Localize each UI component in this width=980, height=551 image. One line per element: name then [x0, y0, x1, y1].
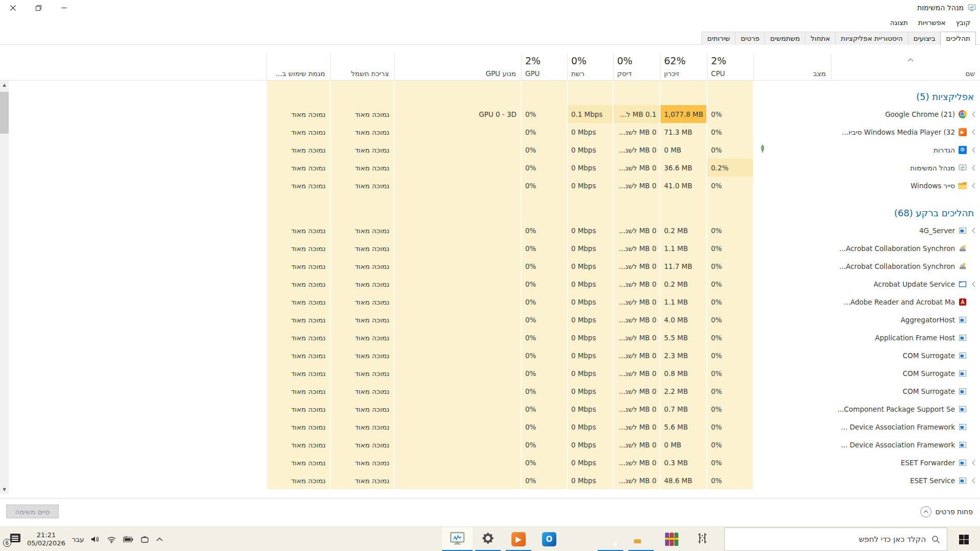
column-header-engine[interactable]: מנוע GPU — [395, 53, 522, 80]
cell-engine — [395, 81, 522, 105]
column-header-memory[interactable]: 62%זיכרון — [660, 53, 707, 80]
process-name: COM Surrogate — [903, 369, 955, 378]
cell-memory — [660, 81, 707, 105]
cell-cpu: 0% — [707, 382, 754, 400]
column-header-power[interactable]: צריכת חשמל — [331, 53, 395, 80]
taskbar-search-box[interactable]: הקלד כאן כדי לחפש — [724, 528, 947, 551]
process-row[interactable]: סייר Windows0%41.0 MB0 MB לשנ...0 Mbps0%… — [0, 177, 980, 194]
taskbar-app-file-explorer[interactable] — [626, 527, 656, 551]
cell-name: Component Package Support Se... — [831, 400, 980, 418]
column-header-network[interactable]: 0%רשת — [568, 53, 614, 80]
process-row[interactable]: Acrobat Collaboration Synchron...0%11.7 … — [0, 257, 980, 275]
process-row[interactable]: COM Surrogate0%2.3 MB0 MB לשנ...0 Mbps0%… — [0, 346, 980, 364]
menu-item-0[interactable]: קובץ — [951, 17, 975, 28]
process-row[interactable]: COM Surrogate0%0.8 MB0 MB לשנ...0 Mbps0%… — [0, 364, 980, 382]
process-name: Device Association Framework ... — [841, 423, 955, 431]
menu-item-1[interactable]: אפשרויות — [914, 17, 950, 28]
tab-תהליכים[interactable]: תהליכים — [940, 32, 976, 45]
cell-cpu — [707, 81, 754, 105]
process-row[interactable]: COM Surrogate0%2.2 MB0 MB לשנ...0 Mbps0%… — [0, 382, 980, 400]
expand-chevron-icon[interactable] — [970, 111, 977, 117]
section-row[interactable]: אפליקציות (5) — [0, 81, 980, 105]
restore-button[interactable] — [26, 0, 51, 15]
minimize-button[interactable] — [51, 0, 77, 15]
expand-chevron-icon[interactable] — [970, 183, 977, 189]
column-header-cpu[interactable]: 2%CPU — [707, 53, 754, 80]
taskbar-app-settings[interactable] — [473, 527, 503, 551]
meet-now-camera-icon[interactable] — [140, 535, 150, 543]
tab-פרטים[interactable]: פרטים — [735, 32, 765, 45]
tab-היסטוריית אפליקציות[interactable]: היסטוריית אפליקציות — [835, 32, 908, 45]
process-row[interactable]: ESET Forwarder0%0.3 MB0 MB לשנ...0 Mbps0… — [0, 454, 980, 471]
expand-chevron-icon[interactable] — [970, 165, 977, 171]
process-row[interactable]: Adobe Reader and Acrobat Ma...0%1.1 MB0 … — [0, 293, 980, 311]
language-indicator[interactable]: עבר — [72, 535, 84, 543]
expand-chevron-icon[interactable] — [970, 460, 977, 466]
process-table: שםמצב2%CPU62%זיכרון0%דיסק0%רשת2%GPUמנוע … — [0, 53, 980, 489]
scrollbar-up-arrow[interactable]: ▲ — [0, 81, 9, 89]
expand-chevron-icon[interactable] — [970, 478, 977, 484]
process-name: Windows Media Player (32 סיביו... — [842, 128, 955, 136]
cell-name: ▶Windows Media Player (32 סיביו... — [831, 123, 980, 141]
process-row[interactable]: Application Frame Host0%5.5 MB0 MB לשנ..… — [0, 329, 980, 346]
wifi-icon[interactable] — [107, 536, 116, 543]
process-row[interactable]: ESET Service0%48.6 MB0 MB לשנ...0 Mbps0%… — [0, 471, 980, 489]
tab-משתמשים[interactable]: משתמשים — [765, 32, 805, 45]
expand-chevron-icon[interactable] — [970, 129, 977, 135]
column-header-trend[interactable]: מגמת שימוש ב... — [267, 53, 331, 80]
cell-filler — [0, 257, 267, 275]
menu-item-2[interactable]: תצוגה — [886, 17, 913, 28]
section-row[interactable]: תהליכים ברקע (68) — [0, 194, 980, 221]
process-row[interactable]: ▶Windows Media Player (32 סיביו...0%71.3… — [0, 123, 980, 141]
process-row[interactable]: Acrobat Collaboration Synchron...0%1.1 M… — [0, 239, 980, 257]
start-button[interactable] — [947, 527, 980, 551]
cell-status — [754, 454, 831, 471]
column-header-name[interactable]: שם — [831, 53, 980, 80]
expand-chevron-icon[interactable] — [970, 147, 977, 153]
cell-network: 0 Mbps — [568, 257, 614, 275]
taskbar-app-task-manager[interactable] — [442, 527, 473, 551]
fewer-details-toggle[interactable]: פחות פרטים — [920, 506, 973, 517]
end-task-button[interactable]: סיים משימה — [6, 505, 59, 518]
close-button[interactable] — [0, 0, 26, 15]
cell-status — [754, 221, 831, 239]
column-header-disk[interactable]: 0%דיסק — [614, 53, 660, 80]
column-header-gpu[interactable]: 2%GPU — [522, 53, 568, 80]
taskbar-app-winrar[interactable] — [656, 527, 687, 551]
cell-gpu: 0% — [522, 221, 568, 239]
cell-trend: נמוכה מאוד — [267, 177, 331, 194]
expand-chevron-icon[interactable] — [970, 281, 977, 287]
taskbar-app-media-player[interactable]: ▶ — [503, 527, 534, 551]
tab-אתחול[interactable]: אתחול — [805, 32, 836, 45]
taskbar-app-outlook[interactable]: O — [534, 527, 565, 551]
volume-icon[interactable] — [91, 535, 100, 543]
tab-שירותים[interactable]: שירותים — [701, 32, 736, 45]
vertical-scrollbar[interactable]: ▲ ▼ — [0, 81, 9, 494]
process-row[interactable]: Google Chrome (21)0%1,077.8 MB0.1 MB ל..… — [0, 105, 980, 123]
process-row[interactable]: Component Package Support Se...0%0.7 MB0… — [0, 400, 980, 418]
process-row[interactable]: 4G_Server0%0.2 MB0 MB לשנ...0 Mbps0%נמוכ… — [0, 221, 980, 239]
window-icon — [958, 351, 967, 360]
process-row[interactable]: ⚙הגדרות0%0 MB0 MB לשנ...0 Mbps0%נמוכה מא… — [0, 141, 980, 159]
cell-filler — [0, 454, 267, 471]
scrollbar-down-arrow[interactable]: ▼ — [0, 485, 9, 494]
hidden-icons-chevron[interactable] — [156, 537, 163, 541]
process-row[interactable]: Device Association Framework ...0%0 MB0 … — [0, 436, 980, 454]
taskbar-clock[interactable]: 21:21 05/02/2026 — [27, 531, 65, 547]
process-row[interactable]: Acrobat Update Service0%0.2 MB0 MB לשנ..… — [0, 275, 980, 293]
process-row[interactable]: AggregatorHost0%4.0 MB0 MB לשנ...0 Mbps0… — [0, 311, 980, 329]
process-row[interactable]: מנהל המשימות0.2%36.6 MB0 MB לשנ...0 Mbps… — [0, 159, 980, 177]
tab-ביצועים[interactable]: ביצועים — [908, 32, 941, 45]
taskbar-app-ime[interactable] — [687, 527, 718, 551]
process-row[interactable]: Device Association Framework ...0%5.6 MB… — [0, 418, 980, 436]
cell-engine — [395, 123, 522, 141]
battery-icon[interactable] — [123, 536, 134, 543]
cell-engine — [395, 382, 522, 400]
taskbar-app-edge[interactable] — [565, 527, 595, 551]
cell-disk: 0 MB לשנ... — [614, 418, 660, 436]
taskbar-app-chrome[interactable] — [595, 527, 626, 551]
expand-chevron-icon[interactable] — [970, 228, 977, 234]
scrollbar-thumb[interactable] — [0, 92, 9, 134]
action-center-button[interactable]: 6 — [3, 533, 20, 546]
column-header-status[interactable]: מצב — [754, 53, 831, 80]
